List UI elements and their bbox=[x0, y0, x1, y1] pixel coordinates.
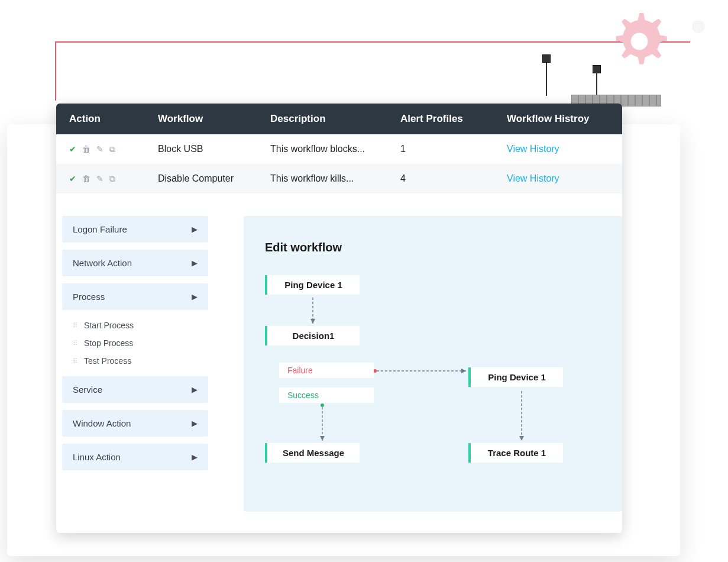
workflow-node-trace-route-1[interactable]: Trace Route 1 bbox=[468, 443, 563, 463]
sidebar-item-network-action[interactable]: Network Action ▶ bbox=[62, 250, 208, 276]
sidebar-children-process: ⠿ Start Process ⠿ Stop Process ⠿ Test Pr… bbox=[62, 317, 208, 369]
workflow-name: Block USB bbox=[158, 144, 270, 154]
sidebar-item-label: Process bbox=[73, 292, 105, 302]
table-row: ✔ 🗑 ✎ ⧉ Block USB This workflow blocks..… bbox=[56, 134, 622, 164]
row-action-icons: ✔ 🗑 ✎ ⧉ bbox=[69, 174, 158, 184]
row-action-icons: ✔ 🗑 ✎ ⧉ bbox=[69, 144, 158, 154]
workflow-description: This workflow blocks... bbox=[270, 144, 400, 154]
main-card: Action Workflow Description Alert Profil… bbox=[56, 104, 622, 533]
drag-handle-icon: ⠿ bbox=[73, 340, 78, 347]
alert-profile-count: 4 bbox=[400, 173, 507, 184]
approve-icon[interactable]: ✔ bbox=[69, 174, 76, 183]
workflow-node-ping-device-1[interactable]: Ping Device 1 bbox=[265, 275, 360, 295]
connector-box bbox=[542, 54, 551, 63]
caret-right-icon: ▶ bbox=[192, 259, 198, 267]
workflow-name: Disable Computer bbox=[158, 173, 270, 184]
sidebar-child-test-process[interactable]: ⠿ Test Process bbox=[73, 356, 208, 366]
workflow-branch-success[interactable]: Success bbox=[279, 387, 374, 403]
sidebar-child-label: Test Process bbox=[84, 356, 131, 366]
table-header: Action Workflow Description Alert Profil… bbox=[56, 104, 622, 134]
sidebar-child-stop-process[interactable]: ⠿ Stop Process bbox=[73, 338, 208, 348]
caret-right-icon: ▶ bbox=[192, 292, 198, 301]
workflow-node-decision1[interactable]: Decision1 bbox=[265, 326, 360, 345]
workflow-node-ping-device-1-b[interactable]: Ping Device 1 bbox=[468, 367, 563, 387]
svg-point-0 bbox=[631, 33, 648, 50]
sidebar-item-process[interactable]: Process ▶ bbox=[62, 283, 208, 310]
table-body: ✔ 🗑 ✎ ⧉ Block USB This workflow blocks..… bbox=[56, 134, 622, 193]
drag-handle-icon: ⠿ bbox=[73, 322, 78, 330]
workflow-description: This workflow kills... bbox=[270, 173, 400, 184]
editor-title: Edit workflow bbox=[265, 241, 601, 254]
col-header-workflow-history: Workflow Histroy bbox=[507, 113, 609, 125]
view-history-link[interactable]: View History bbox=[507, 144, 609, 154]
col-header-description: Description bbox=[270, 113, 400, 125]
edit-icon[interactable]: ✎ bbox=[96, 174, 103, 183]
connector-line bbox=[596, 73, 597, 96]
delete-icon[interactable]: 🗑 bbox=[82, 174, 90, 183]
lower-region: Logon Failure ▶ Network Action ▶ Process… bbox=[56, 193, 622, 533]
view-history-link[interactable]: View History bbox=[507, 173, 609, 184]
sidebar-item-label: Logon Failure bbox=[73, 224, 127, 234]
edit-icon[interactable]: ✎ bbox=[96, 144, 103, 154]
drag-handle-icon: ⠿ bbox=[73, 357, 78, 365]
copy-icon[interactable]: ⧉ bbox=[109, 174, 115, 184]
sidebar-item-linux-action[interactable]: Linux Action ▶ bbox=[62, 444, 208, 470]
caret-right-icon: ▶ bbox=[192, 419, 198, 428]
decorative-frame-line bbox=[55, 41, 690, 43]
sidebar-item-label: Network Action bbox=[73, 258, 132, 268]
sidebar-child-label: Stop Process bbox=[84, 338, 133, 348]
caret-right-icon: ▶ bbox=[192, 225, 198, 234]
workflow-branch-failure[interactable]: Failure bbox=[279, 363, 374, 378]
table-row: ✔ 🗑 ✎ ⧉ Disable Computer This workflow k… bbox=[56, 164, 622, 193]
gear-icon-pink bbox=[604, 6, 675, 77]
svg-point-1 bbox=[692, 20, 705, 33]
caret-right-icon: ▶ bbox=[192, 385, 198, 394]
sidebar-item-label: Linux Action bbox=[73, 452, 121, 462]
col-header-alert-profiles: Alert Profiles bbox=[400, 113, 507, 125]
sidebar-item-label: Window Action bbox=[73, 418, 131, 428]
delete-icon[interactable]: 🗑 bbox=[82, 144, 90, 154]
sidebar-item-label: Service bbox=[73, 385, 102, 395]
col-header-workflow: Workflow bbox=[158, 113, 270, 125]
alert-profile-count: 1 bbox=[400, 144, 507, 154]
col-header-action: Action bbox=[69, 113, 158, 125]
sidebar-item-service[interactable]: Service ▶ bbox=[62, 376, 208, 403]
connector-line bbox=[546, 63, 547, 96]
decorative-frame-line bbox=[55, 41, 56, 101]
connector-box bbox=[593, 65, 601, 73]
workflow-node-send-message[interactable]: Send Message bbox=[265, 443, 360, 463]
sidebar-child-label: Start Process bbox=[84, 321, 134, 330]
svg-point-5 bbox=[321, 403, 324, 407]
caret-right-icon: ▶ bbox=[192, 453, 198, 461]
workflow-editor: Edit workflow Ping Device 1 bbox=[244, 216, 622, 512]
approve-icon[interactable]: ✔ bbox=[69, 144, 76, 154]
sidebar-item-window-action[interactable]: Window Action ▶ bbox=[62, 410, 208, 437]
gear-icon-white bbox=[672, 0, 725, 53]
copy-icon[interactable]: ⧉ bbox=[109, 144, 115, 154]
action-category-sidebar: Logon Failure ▶ Network Action ▶ Process… bbox=[62, 216, 208, 512]
sidebar-child-start-process[interactable]: ⠿ Start Process bbox=[73, 321, 208, 330]
sidebar-item-logon-failure[interactable]: Logon Failure ▶ bbox=[62, 216, 208, 243]
